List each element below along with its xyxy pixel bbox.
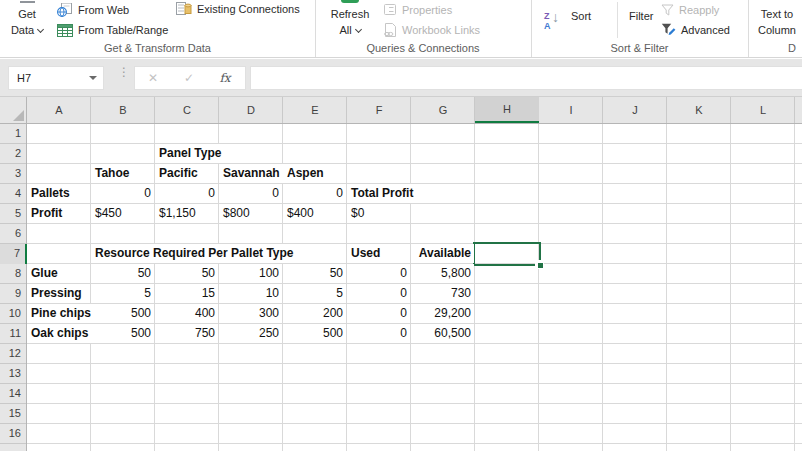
cell-C9[interactable]: 15 [199, 284, 218, 303]
cell-C10[interactable]: 400 [192, 304, 218, 323]
column-header-B[interactable]: B [91, 97, 155, 123]
cell-B3[interactable]: Tahoe [92, 164, 132, 183]
row-header-1[interactable]: 1 [0, 124, 26, 144]
column-header-J[interactable]: J [603, 97, 667, 123]
cell-G10[interactable]: 29,200 [431, 304, 474, 323]
cell-F9[interactable]: 0 [397, 284, 410, 303]
text-to-columns-button[interactable]: Text to Column [752, 0, 802, 38]
cell-D8[interactable]: 100 [256, 264, 282, 283]
row-header-7[interactable]: 7 [0, 244, 27, 264]
cell-G9[interactable]: 730 [448, 284, 474, 303]
cell-D5[interactable]: $800 [220, 204, 253, 223]
column-header-A[interactable]: A [27, 97, 91, 123]
row-header-16[interactable]: 16 [0, 424, 26, 444]
cell-B11[interactable]: 500 [128, 324, 154, 343]
cell-F5[interactable]: $0 [348, 204, 367, 223]
cell-D4[interactable]: 0 [269, 184, 282, 203]
row-header-5[interactable]: 5 [0, 204, 26, 224]
text-to-columns-label-1: Text to [752, 6, 802, 22]
cell-C4[interactable]: 0 [205, 184, 218, 203]
column-header-K[interactable]: K [667, 97, 731, 123]
drag-dots-icon[interactable]: ⋮ [118, 67, 128, 89]
existing-connections-button[interactable]: Existing Connections [176, 0, 300, 17]
column-header-E[interactable]: E [283, 97, 347, 123]
column-header-L[interactable]: L [731, 97, 795, 123]
cell-C8[interactable]: 50 [199, 264, 218, 283]
row-header-10[interactable]: 10 [0, 304, 26, 324]
cell-A5[interactable]: Profit [28, 204, 65, 223]
cell-D10[interactable]: 300 [256, 304, 282, 323]
formula-input[interactable] [250, 66, 802, 90]
get-data-button[interactable]: Get Data [2, 0, 52, 38]
row-header-4[interactable]: 4 [0, 184, 26, 204]
cell-F8[interactable]: 0 [397, 264, 410, 283]
cell-B7[interactable]: Resource Required Per Pallet Type [92, 244, 297, 263]
cell-A8[interactable]: Glue [28, 264, 61, 283]
cell-E4[interactable]: 0 [333, 184, 346, 203]
insert-function-icon[interactable]: fx [207, 71, 243, 85]
cell-D9[interactable]: 10 [263, 284, 282, 303]
cell-A4[interactable]: Pallets [28, 184, 73, 203]
row-header-6[interactable]: 6 [0, 224, 26, 244]
cell-C5[interactable]: $1,150 [156, 204, 199, 223]
cell-E3[interactable]: Aspen [284, 164, 327, 183]
cell-D3[interactable]: Savannah [220, 164, 283, 183]
cell-E9[interactable]: 5 [333, 284, 346, 303]
cell-G8[interactable]: 5,800 [438, 264, 474, 283]
name-box[interactable]: H7 [8, 66, 104, 90]
column-header-G[interactable]: G [411, 97, 475, 123]
row-header-14[interactable]: 14 [0, 384, 26, 404]
selected-cell-outline[interactable] [473, 242, 541, 266]
cell-B4[interactable]: 0 [141, 184, 154, 203]
from-web-button[interactable]: From Web [57, 1, 129, 18]
row-header-15[interactable]: 15 [0, 404, 26, 424]
column-header-C[interactable]: C [155, 97, 219, 123]
cell-C11[interactable]: 750 [192, 324, 218, 343]
cell-A9[interactable]: Pressing [28, 284, 85, 303]
cell-E11[interactable]: 500 [320, 324, 346, 343]
filter-button[interactable]: Filter [629, 6, 653, 26]
cell-D11[interactable]: 250 [256, 324, 282, 343]
name-box-dropdown[interactable] [83, 67, 103, 89]
cells-area[interactable]: Panel TypeTahoePacificSavannahAspenPalle… [27, 124, 802, 451]
cell-A11[interactable]: Oak chips [28, 324, 91, 343]
chevron-down-icon [37, 26, 44, 33]
workbook-links-label: Workbook Links [402, 24, 480, 36]
fill-handle[interactable] [538, 263, 543, 268]
row-header-12[interactable]: 12 [0, 344, 26, 364]
cell-F4[interactable]: Total Profit [348, 184, 416, 203]
cell-A10[interactable]: Pine chips [28, 304, 94, 323]
row-header-8[interactable]: 8 [0, 264, 26, 284]
cell-B5[interactable]: $450 [92, 204, 125, 223]
from-table-range-button[interactable]: From Table/Range [57, 21, 168, 38]
column-header-F[interactable]: F [347, 97, 411, 123]
sort-descending-button[interactable]: Z A ↓ [544, 11, 566, 33]
refresh-all-button[interactable]: Refresh All [324, 0, 376, 38]
row-header-3[interactable]: 3 [0, 164, 26, 184]
row-header-2[interactable]: 2 [0, 144, 26, 164]
cell-G11[interactable]: 60,500 [431, 324, 474, 343]
row-header-9[interactable]: 9 [0, 284, 26, 304]
row-header-13[interactable]: 13 [0, 364, 26, 384]
row-header-11[interactable]: 11 [0, 324, 26, 344]
advanced-button[interactable]: Advanced [661, 21, 730, 38]
cell-B10[interactable]: 500 [128, 304, 154, 323]
cell-F7[interactable]: Used [348, 244, 383, 263]
select-all-corner[interactable] [0, 97, 27, 124]
cell-G7[interactable]: Available [416, 244, 474, 263]
cell-C3[interactable]: Pacific [156, 164, 201, 183]
cell-F10[interactable]: 0 [397, 304, 410, 323]
enter-icon: ✓ [171, 71, 207, 85]
sort-label: Sort [571, 10, 591, 22]
cell-C2[interactable]: Panel Type [156, 144, 224, 163]
cell-E5[interactable]: $400 [284, 204, 317, 223]
cell-F11[interactable]: 0 [397, 324, 410, 343]
cell-B8[interactable]: 50 [135, 264, 154, 283]
cell-E10[interactable]: 200 [320, 304, 346, 323]
column-header-H[interactable]: H [475, 97, 539, 123]
sort-button[interactable]: Sort [571, 6, 591, 26]
column-header-D[interactable]: D [219, 97, 283, 123]
cell-B9[interactable]: 5 [141, 284, 154, 303]
cell-E8[interactable]: 50 [327, 264, 346, 283]
column-header-I[interactable]: I [539, 97, 603, 123]
